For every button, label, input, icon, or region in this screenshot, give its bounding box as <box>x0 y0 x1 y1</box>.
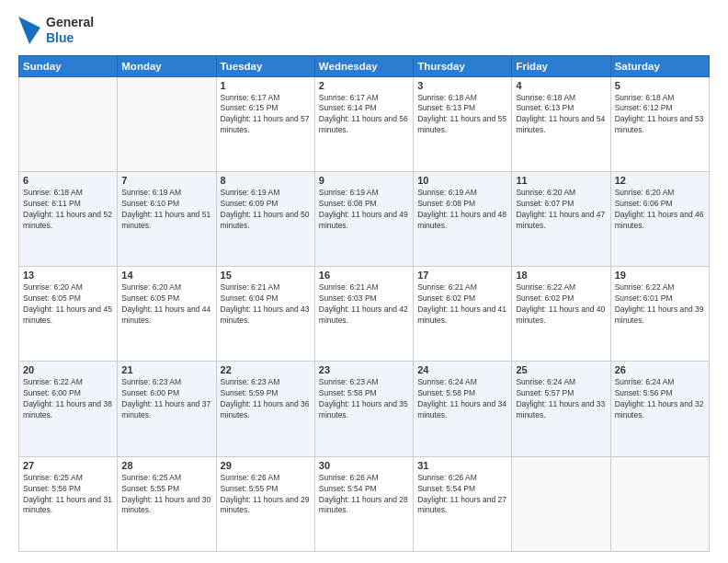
day-info: Sunrise: 6:25 AMSunset: 5:56 PMDaylight:… <box>23 473 113 517</box>
day-info: Sunrise: 6:19 AMSunset: 6:10 PMDaylight:… <box>121 188 211 232</box>
day-info: Sunrise: 6:24 AMSunset: 5:58 PMDaylight:… <box>417 377 507 421</box>
day-number: 23 <box>319 364 409 375</box>
day-number: 1 <box>221 80 311 91</box>
calendar-cell: 18Sunrise: 6:22 AMSunset: 6:02 PMDayligh… <box>512 267 610 362</box>
day-info: Sunrise: 6:19 AMSunset: 6:08 PMDaylight:… <box>417 188 507 232</box>
calendar-cell: 16Sunrise: 6:21 AMSunset: 6:03 PMDayligh… <box>314 267 413 362</box>
day-number: 5 <box>615 80 705 91</box>
day-number: 12 <box>615 175 705 186</box>
weekday-header: Saturday <box>610 55 709 76</box>
day-number: 29 <box>221 460 311 471</box>
day-number: 10 <box>417 175 507 186</box>
calendar-cell: 21Sunrise: 6:23 AMSunset: 6:00 PMDayligh… <box>118 362 216 456</box>
logo-blue-text: Blue <box>46 30 94 46</box>
calendar-cell: 13Sunrise: 6:20 AMSunset: 6:05 PMDayligh… <box>19 267 118 362</box>
day-number: 6 <box>23 175 113 186</box>
calendar-cell: 22Sunrise: 6:23 AMSunset: 5:59 PMDayligh… <box>216 362 314 456</box>
day-info: Sunrise: 6:18 AMSunset: 6:13 PMDaylight:… <box>516 93 606 137</box>
day-info: Sunrise: 6:26 AMSunset: 5:54 PMDaylight:… <box>417 473 507 517</box>
calendar-cell: 24Sunrise: 6:24 AMSunset: 5:58 PMDayligh… <box>414 362 512 456</box>
day-number: 20 <box>23 364 113 375</box>
weekday-header: Thursday <box>414 55 512 76</box>
calendar-cell: 10Sunrise: 6:19 AMSunset: 6:08 PMDayligh… <box>414 171 512 266</box>
day-info: Sunrise: 6:21 AMSunset: 6:04 PMDaylight:… <box>221 282 311 327</box>
day-number: 19 <box>615 270 705 281</box>
calendar-cell <box>512 456 610 551</box>
calendar-cell: 4Sunrise: 6:18 AMSunset: 6:13 PMDaylight… <box>512 76 610 171</box>
calendar-cell: 23Sunrise: 6:23 AMSunset: 5:58 PMDayligh… <box>314 362 413 456</box>
weekday-header: Monday <box>118 55 216 76</box>
calendar-cell: 30Sunrise: 6:26 AMSunset: 5:54 PMDayligh… <box>314 456 413 551</box>
day-info: Sunrise: 6:19 AMSunset: 6:08 PMDaylight:… <box>319 188 409 232</box>
day-info: Sunrise: 6:21 AMSunset: 6:02 PMDaylight:… <box>417 282 507 327</box>
calendar-cell: 3Sunrise: 6:18 AMSunset: 6:13 PMDaylight… <box>414 76 512 171</box>
day-number: 28 <box>121 460 211 471</box>
day-info: Sunrise: 6:23 AMSunset: 5:58 PMDaylight:… <box>319 377 409 421</box>
day-number: 18 <box>516 270 606 281</box>
day-info: Sunrise: 6:22 AMSunset: 6:02 PMDaylight:… <box>516 282 606 327</box>
weekday-header: Sunday <box>19 55 118 76</box>
day-info: Sunrise: 6:20 AMSunset: 6:07 PMDaylight:… <box>516 188 606 232</box>
calendar-cell <box>19 76 118 171</box>
day-info: Sunrise: 6:20 AMSunset: 6:05 PMDaylight:… <box>23 282 113 327</box>
day-number: 2 <box>319 80 409 91</box>
day-info: Sunrise: 6:23 AMSunset: 6:00 PMDaylight:… <box>121 377 211 421</box>
calendar-table: SundayMondayTuesdayWednesdayThursdayFrid… <box>18 55 710 552</box>
calendar-cell: 15Sunrise: 6:21 AMSunset: 6:04 PMDayligh… <box>216 267 314 362</box>
calendar-cell: 11Sunrise: 6:20 AMSunset: 6:07 PMDayligh… <box>512 171 610 266</box>
day-number: 4 <box>516 80 606 91</box>
day-number: 9 <box>319 175 409 186</box>
day-number: 27 <box>23 460 113 471</box>
day-info: Sunrise: 6:19 AMSunset: 6:09 PMDaylight:… <box>221 188 311 232</box>
calendar-cell: 19Sunrise: 6:22 AMSunset: 6:01 PMDayligh… <box>610 267 709 362</box>
calendar-cell: 9Sunrise: 6:19 AMSunset: 6:08 PMDaylight… <box>314 171 413 266</box>
day-number: 26 <box>615 364 705 375</box>
weekday-header: Friday <box>512 55 610 76</box>
calendar-cell: 17Sunrise: 6:21 AMSunset: 6:02 PMDayligh… <box>414 267 512 362</box>
day-number: 22 <box>221 364 311 375</box>
calendar-cell: 31Sunrise: 6:26 AMSunset: 5:54 PMDayligh… <box>414 456 512 551</box>
calendar-cell: 1Sunrise: 6:17 AMSunset: 6:15 PMDaylight… <box>216 76 314 171</box>
logo-general-text: General <box>46 15 94 30</box>
calendar-cell: 7Sunrise: 6:19 AMSunset: 6:10 PMDaylight… <box>118 171 216 266</box>
day-number: 25 <box>516 364 606 375</box>
svg-marker-0 <box>18 17 40 44</box>
day-info: Sunrise: 6:26 AMSunset: 5:55 PMDaylight:… <box>221 473 311 517</box>
calendar-cell: 26Sunrise: 6:24 AMSunset: 5:56 PMDayligh… <box>610 362 709 456</box>
day-info: Sunrise: 6:26 AMSunset: 5:54 PMDaylight:… <box>319 473 409 517</box>
calendar-cell <box>610 456 709 551</box>
day-number: 13 <box>23 270 113 281</box>
day-info: Sunrise: 6:24 AMSunset: 5:57 PMDaylight:… <box>516 377 606 421</box>
day-number: 31 <box>417 460 507 471</box>
day-number: 21 <box>121 364 211 375</box>
header: GeneralBlue <box>18 15 710 46</box>
day-number: 7 <box>121 175 211 186</box>
calendar-week-row: 13Sunrise: 6:20 AMSunset: 6:05 PMDayligh… <box>19 267 710 362</box>
calendar-cell: 25Sunrise: 6:24 AMSunset: 5:57 PMDayligh… <box>512 362 610 456</box>
day-number: 11 <box>516 175 606 186</box>
day-number: 30 <box>319 460 409 471</box>
calendar-cell <box>118 76 216 171</box>
calendar-cell: 20Sunrise: 6:22 AMSunset: 6:00 PMDayligh… <box>19 362 118 456</box>
day-info: Sunrise: 6:20 AMSunset: 6:06 PMDaylight:… <box>615 188 705 232</box>
day-info: Sunrise: 6:20 AMSunset: 6:05 PMDaylight:… <box>121 282 211 327</box>
day-info: Sunrise: 6:22 AMSunset: 6:00 PMDaylight:… <box>23 377 113 421</box>
calendar-cell: 27Sunrise: 6:25 AMSunset: 5:56 PMDayligh… <box>19 456 118 551</box>
calendar-cell: 5Sunrise: 6:18 AMSunset: 6:12 PMDaylight… <box>610 76 709 171</box>
day-info: Sunrise: 6:18 AMSunset: 6:13 PMDaylight:… <box>417 93 507 137</box>
weekday-header: Tuesday <box>216 55 314 76</box>
logo: GeneralBlue <box>18 15 94 46</box>
day-info: Sunrise: 6:24 AMSunset: 5:56 PMDaylight:… <box>615 377 705 421</box>
calendar-week-row: 1Sunrise: 6:17 AMSunset: 6:15 PMDaylight… <box>19 76 710 171</box>
day-info: Sunrise: 6:17 AMSunset: 6:15 PMDaylight:… <box>221 93 311 137</box>
day-info: Sunrise: 6:17 AMSunset: 6:14 PMDaylight:… <box>319 93 409 137</box>
day-info: Sunrise: 6:25 AMSunset: 5:55 PMDaylight:… <box>121 473 211 517</box>
day-number: 24 <box>417 364 507 375</box>
day-info: Sunrise: 6:23 AMSunset: 5:59 PMDaylight:… <box>221 377 311 421</box>
page: GeneralBlue SundayMondayTuesdayWednesday… <box>0 0 728 563</box>
day-number: 16 <box>319 270 409 281</box>
calendar-cell: 6Sunrise: 6:18 AMSunset: 6:11 PMDaylight… <box>19 171 118 266</box>
day-number: 3 <box>417 80 507 91</box>
day-number: 14 <box>121 270 211 281</box>
calendar-cell: 28Sunrise: 6:25 AMSunset: 5:55 PMDayligh… <box>118 456 216 551</box>
